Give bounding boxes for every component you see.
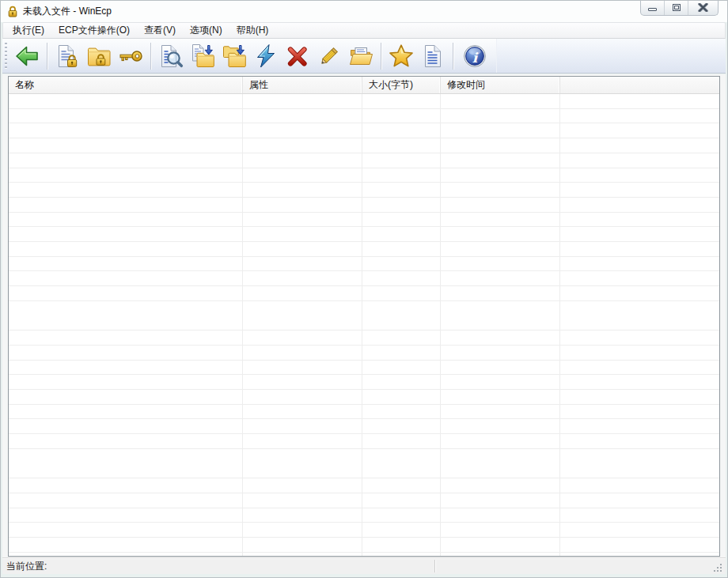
close-icon [698, 3, 708, 12]
column-header-name[interactable]: 名称 [9, 77, 243, 93]
view-file-button[interactable] [156, 41, 186, 71]
execute-button[interactable] [251, 41, 281, 71]
resize-grip[interactable] [713, 561, 724, 572]
minimize-icon [648, 8, 657, 11]
extract-folder-icon [222, 43, 247, 69]
column-header-attributes[interactable]: 属性 [243, 77, 362, 93]
encrypt-file-icon [55, 43, 80, 69]
view-file-icon [158, 43, 184, 69]
pencil-icon [317, 43, 342, 69]
maximize-button[interactable] [665, 0, 688, 15]
toolbar: i [2, 39, 726, 74]
menu-view[interactable]: 查看(V) [137, 23, 183, 38]
column-header-empty[interactable] [560, 77, 719, 93]
encrypt-folder-icon [86, 43, 112, 69]
toolbar-separator [150, 43, 151, 70]
client-area: 名称 属性 大小(字节) 修改时间 当前位置: [2, 74, 726, 574]
key-icon [118, 43, 143, 69]
window-controls [640, 0, 719, 16]
close-button[interactable] [688, 0, 718, 15]
app-padlock-icon [7, 6, 18, 17]
toolbar-separator [47, 43, 47, 70]
back-arrow-icon [14, 43, 40, 69]
toolbar-empty-band [496, 39, 726, 73]
winecp-window: 未载入文件 - WinEcp 执行(E) ECP文件操作(O) 查看(V) 选项… [0, 0, 728, 578]
menu-bar: 执行(E) ECP文件操作(O) 查看(V) 选项(N) 帮助(H) [2, 22, 726, 39]
info-icon: i [462, 43, 487, 69]
delete-button[interactable] [282, 41, 313, 71]
favorites-button[interactable] [386, 41, 416, 71]
list-header: 名称 属性 大小(字节) 修改时间 [9, 77, 719, 94]
file-info-button[interactable] [418, 41, 448, 71]
menu-help[interactable]: 帮助(H) [229, 23, 276, 38]
column-header-modified-time[interactable]: 修改时间 [441, 77, 560, 93]
window-title: 未载入文件 - WinEcp [23, 1, 112, 21]
menu-execute[interactable]: 执行(E) [6, 23, 51, 38]
column-header-size-bytes[interactable]: 大小(字节) [362, 77, 441, 93]
statusbar-divider [434, 560, 435, 572]
extract-folder-button[interactable] [219, 41, 249, 71]
edit-button[interactable] [314, 41, 344, 71]
extract-file-icon [190, 43, 215, 69]
open-folder-button[interactable] [346, 41, 376, 71]
toolbar-separator [453, 43, 453, 70]
maximize-icon [673, 4, 681, 11]
delete-x-icon [285, 43, 310, 69]
column-divider [440, 94, 441, 556]
toolbar-grip[interactable] [5, 43, 7, 70]
menu-ecp-file-operations[interactable]: ECP文件操作(O) [51, 23, 137, 38]
encrypt-file-button[interactable] [52, 41, 82, 71]
about-button[interactable]: i [458, 41, 491, 71]
list-body-empty [9, 94, 719, 556]
extract-file-button[interactable] [188, 41, 218, 71]
menu-options[interactable]: 选项(N) [183, 23, 229, 38]
document-icon [420, 43, 446, 69]
lightning-icon [253, 43, 279, 69]
status-bar: 当前位置: [2, 557, 726, 574]
key-button[interactable] [116, 41, 146, 71]
star-icon [389, 43, 414, 69]
column-divider [362, 94, 362, 556]
column-divider [242, 94, 243, 556]
minimize-button[interactable] [641, 0, 665, 15]
back-button[interactable] [12, 41, 42, 71]
file-list: 名称 属性 大小(字节) 修改时间 [8, 76, 720, 557]
current-location-label: 当前位置: [6, 558, 47, 574]
column-divider [559, 94, 560, 556]
toolbar-separator [381, 43, 381, 70]
title-bar[interactable]: 未载入文件 - WinEcp [1, 1, 727, 22]
encrypt-folder-button[interactable] [84, 41, 114, 71]
open-folder-icon [348, 43, 373, 69]
